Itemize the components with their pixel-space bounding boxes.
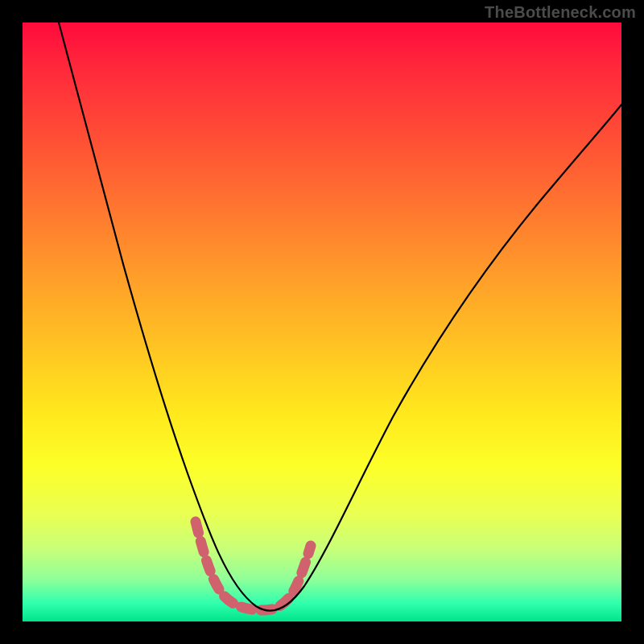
watermark-text: TheBottleneck.com: [485, 3, 636, 22]
bottleneck-curve: [59, 23, 621, 611]
plot-area: [23, 23, 621, 621]
trough-highlight: [196, 522, 311, 610]
curve-layer: [23, 23, 621, 621]
chart-outer-frame: TheBottleneck.com: [0, 0, 644, 644]
